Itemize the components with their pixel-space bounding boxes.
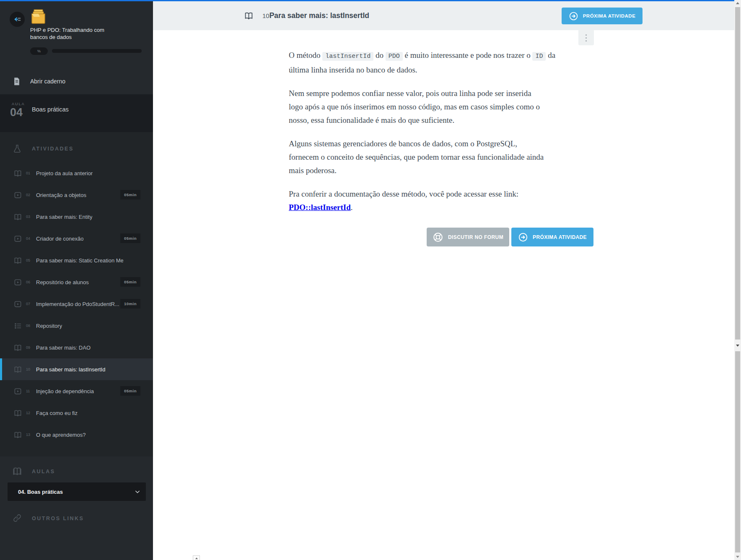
options-menu-button[interactable] [578, 30, 594, 45]
activity-item[interactable]: 04 Criador de conexão 05min [0, 228, 153, 249]
activity-label: Para saber mais: lastInsertId [36, 366, 105, 373]
link-icon [13, 513, 22, 524]
activity-label: Implementação do PdoStudentR... [36, 301, 119, 307]
task-list-icon [14, 322, 22, 330]
activity-header: 10 Para saber mais: lastInsertId PRÓXIMA… [153, 1, 734, 30]
collapse-sidebar-button[interactable] [10, 12, 25, 27]
lesson-actions: DISCUTIR NO FORUM PRÓXIMA ATIVIDADE [289, 228, 593, 246]
lesson-paragraph: Nem sempre podemos confiar nesse valor, … [289, 87, 593, 127]
activity-number: 04 [26, 236, 33, 241]
lesson-paragraph: Alguns sistemas gerenciadores de bancos … [289, 137, 593, 177]
lessons-book-icon [13, 467, 22, 477]
app-root: PHP e PDO: Trabalhando com bancos de dad… [0, 0, 741, 560]
next-activity-button-top[interactable]: PRÓXIMA ATIVIDADE [562, 8, 643, 24]
activity-label: Para saber mais: DAO [36, 345, 91, 351]
book-icon [14, 366, 22, 373]
book-icon [14, 213, 22, 221]
activity-label: Repositório de alunos [36, 279, 89, 285]
book-icon [14, 169, 22, 177]
activity-item[interactable]: 11 Injeção de dependência 05min [0, 380, 153, 402]
flask-icon [13, 144, 22, 154]
inline-code: lastInsertId [322, 52, 373, 61]
open-notebook-label: Abrir caderno [30, 78, 65, 85]
lesson-content: O método lastInsertId do PDO é muito int… [289, 49, 593, 246]
duration-badge: 10min [120, 299, 140, 309]
course-logo-icon [29, 9, 47, 25]
activity-label: Para saber mais: Static Creation Method [36, 257, 123, 264]
other-links-header-label: OUTROS LINKS [32, 516, 84, 521]
activity-item[interactable]: 02 Orientação a objetos 05min [0, 184, 153, 206]
page-scrollbar[interactable] [734, 0, 741, 560]
activity-item[interactable]: 09 Para saber mais: DAO [0, 337, 153, 358]
activity-number: 10 [26, 367, 33, 371]
kebab-dot [586, 40, 587, 41]
discuss-forum-label: DISCUTIR NO FORUM [448, 234, 503, 240]
chevron-down-icon [134, 488, 141, 495]
duration-badge: 05min [120, 277, 140, 287]
book-icon [14, 431, 22, 439]
activity-label: Para saber mais: Entity [36, 214, 92, 220]
lesson-select[interactable]: 04. Boas práticas [8, 482, 146, 501]
activity-number: 01 [26, 171, 33, 175]
activity-number: 09 [26, 345, 33, 350]
activity-item[interactable]: 05 Para saber mais: Static Creation Meth… [0, 249, 153, 271]
activity-item[interactable]: 12 Faça como eu fiz [0, 402, 153, 424]
other-links-section: OUTROS LINKS Fórum [0, 508, 153, 560]
inner-scrollbar-top[interactable] [193, 555, 200, 560]
activity-label: Injeção de dependência [36, 388, 94, 394]
video-icon [14, 387, 22, 395]
activity-item[interactable]: 08 Repository [0, 315, 153, 337]
next-activity-button-bottom[interactable]: PRÓXIMA ATIVIDADE [511, 228, 593, 246]
duration-badge: 05min [120, 386, 140, 396]
scroll-up-arrow-icon[interactable] [736, 2, 739, 4]
open-notebook-button[interactable]: Abrir caderno [0, 69, 153, 93]
activity-item[interactable]: 10 Para saber mais: lastInsertId [0, 358, 153, 380]
kebab-dot [586, 37, 587, 39]
activity-item[interactable]: 13 O que aprendemos? [0, 424, 153, 446]
activities-header: ATIVIDADES [0, 144, 153, 154]
activity-label: Projeto da aula anterior [36, 170, 93, 176]
scroll-down-arrow-icon[interactable] [736, 556, 739, 558]
scroll-up-arrow-icon [195, 557, 198, 559]
next-activity-label: PRÓXIMA ATIVIDADE [533, 234, 587, 240]
course-sidebar: PHP e PDO: Trabalhando com bancos de dad… [0, 1, 153, 560]
page-title: Para saber mais: lastInsertId [269, 11, 369, 20]
activity-label: Repository [36, 323, 62, 329]
video-icon [14, 300, 22, 308]
top-accent-bar [0, 0, 734, 1]
lesson-paragraph: O método lastInsertId do PDO é muito int… [289, 49, 593, 77]
activities-section: ATIVIDADES [0, 132, 153, 456]
current-lesson-banner: AULA 04 Boas práticas [0, 94, 153, 132]
scroll-down-arrow-icon[interactable] [736, 345, 739, 347]
arrow-right-circle-icon [569, 11, 578, 21]
lesson-kicker: AULA [12, 102, 25, 106]
activity-label: Faça como eu fiz [36, 410, 78, 416]
reading-book-icon [244, 11, 253, 20]
book-icon [14, 409, 22, 417]
activity-label: Orientação a objetos [36, 192, 86, 198]
activity-item[interactable]: 01 Projeto da aula anterior [0, 162, 153, 184]
activities-header-label: ATIVIDADES [32, 146, 74, 152]
scrollbar-thumb-lower[interactable] [735, 351, 740, 552]
lesson-number: 04 [10, 106, 23, 119]
arrow-right-circle-icon [518, 232, 528, 242]
book-icon [14, 344, 22, 352]
activity-number: 11 [26, 389, 33, 393]
activity-item[interactable]: 06 Repositório de alunos 05min [0, 271, 153, 293]
lesson-paragraphs: O método lastInsertId do PDO é muito int… [289, 49, 593, 214]
activity-number: 06 [26, 280, 33, 284]
discuss-forum-button[interactable]: DISCUTIR NO FORUM [427, 228, 509, 246]
doc-link[interactable]: PDO::lastInsertId [289, 203, 351, 212]
activity-number: 08 [26, 324, 33, 328]
activity-number: 07 [26, 302, 33, 306]
progress-bar [52, 49, 142, 53]
next-activity-label: PRÓXIMA ATIVIDADE [583, 13, 636, 18]
activity-item[interactable]: 03 Para saber mais: Entity [0, 206, 153, 228]
inline-code: PDO [386, 52, 403, 61]
activity-item[interactable]: 07 Implementação do PdoStudentR... 10min [0, 293, 153, 315]
scrollbar-thumb-upper[interactable] [735, 7, 740, 340]
lessons-section: AULAS 04. Boas práticas [0, 456, 153, 508]
activity-list: 01 Projeto da aula anterior [0, 162, 153, 446]
video-icon [14, 235, 22, 243]
collapse-arrow-icon [13, 15, 22, 24]
